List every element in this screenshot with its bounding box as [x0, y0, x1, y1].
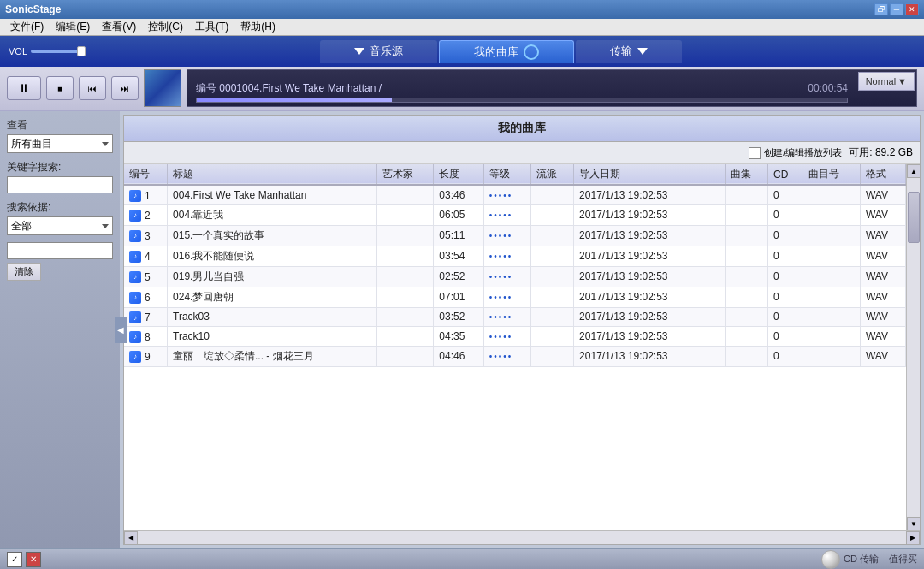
delete-button[interactable]: ✕ [26, 552, 41, 567]
track-text: 编号 0001004.First We Take Manhattan / [196, 81, 808, 96]
scroll-down-arrow[interactable]: ▼ [907, 517, 920, 530]
tab-my-library-label: 我的曲库 [474, 44, 518, 60]
menu-bar: 文件(F) 编辑(E) 查看(V) 控制(C) 工具(T) 帮助(H) [0, 19, 924, 36]
cell-genre [530, 246, 573, 266]
tab-my-library[interactable]: 我的曲库 [439, 40, 574, 63]
music-icon: ♪ [129, 190, 141, 202]
cell-format: WAV [860, 346, 905, 366]
col-artist: 艺术家 [376, 164, 434, 185]
cell-track-num [803, 185, 861, 204]
scroll-right-arrow[interactable]: ▶ [906, 531, 920, 545]
cell-cd: 0 [768, 185, 803, 204]
select-all-checkbox[interactable]: ✓ [7, 552, 22, 567]
track-info: 编号 0001004.First We Take Manhattan / 00:… [187, 69, 917, 107]
basis-label: 搜索依据: [7, 200, 113, 215]
table-body: ♪ 1 004.First We Take Manhattan 03:46 ••… [124, 185, 906, 366]
scroll-up-arrow[interactable]: ▲ [907, 164, 920, 178]
sidebar-collapse-arrow[interactable]: ◀ [115, 317, 127, 343]
music-icon: ♪ [129, 271, 141, 283]
cell-album [725, 246, 767, 266]
cell-format: WAV [860, 246, 905, 266]
pause-button[interactable]: ⏸ [7, 76, 41, 100]
table-row[interactable]: ♪ 6 024.梦回唐朝 07:01 ••••• 2017/1/13 19:02… [124, 287, 906, 307]
view-dropdown-value: 所有曲目 [11, 137, 52, 151]
cell-track-num [803, 287, 861, 307]
table-row[interactable]: ♪ 5 019.男儿当自强 02:52 ••••• 2017/1/13 19:0… [124, 266, 906, 287]
cell-length: 02:52 [434, 266, 483, 287]
cell-format: WAV [860, 266, 905, 287]
table-row[interactable]: ♪ 2 004.靠近我 06:05 ••••• 2017/1/13 19:02:… [124, 204, 906, 225]
view-dropdown[interactable]: 所有曲目 [7, 134, 113, 153]
scroll-thumb[interactable] [908, 192, 920, 243]
table-header-row: 编号 标题 艺术家 长度 等级 流派 导入日期 曲集 CD 曲目号 格式 [124, 164, 906, 185]
tab-transfer[interactable]: 传输 [576, 40, 682, 63]
scroll-left-arrow[interactable]: ◀ [124, 531, 138, 545]
music-table: 编号 标题 艺术家 长度 等级 流派 导入日期 曲集 CD 曲目号 格式 [124, 164, 906, 367]
table-row[interactable]: ♪ 9 童丽ゞ绽放◇柔情... - 烟花三月 04:46 ••••• 2017/… [124, 346, 906, 366]
menu-file[interactable]: 文件(F) [5, 19, 49, 35]
col-length: 长度 [434, 164, 483, 185]
cell-cd: 0 [768, 204, 803, 225]
cell-track-num [803, 346, 861, 366]
music-icon: ♪ [129, 210, 141, 222]
vol-slider[interactable] [31, 50, 82, 53]
restore-btn[interactable]: 🗗 [874, 3, 888, 15]
cell-album [725, 185, 767, 204]
keyword-input[interactable] [7, 176, 113, 193]
vertical-scrollbar[interactable]: ▲ ▼ [906, 164, 920, 530]
horiz-scroll-track[interactable] [138, 531, 906, 544]
cell-title: 024.梦回唐朝 [168, 287, 377, 307]
clear-button[interactable]: 清除 [7, 263, 41, 281]
cell-rating: ••••• [483, 266, 530, 287]
table-row[interactable]: ♪ 1 004.First We Take Manhattan 03:46 ••… [124, 185, 906, 204]
prev-button[interactable]: ⏮ [79, 76, 106, 100]
sidebar: 查看 所有曲目 关键字搜索: 搜索依据: 全部 清除 ◀ [0, 111, 120, 548]
search-input[interactable] [7, 242, 113, 259]
close-btn[interactable]: ✕ [905, 3, 919, 15]
track-table[interactable]: 编号 标题 艺术家 长度 等级 流派 导入日期 曲集 CD 曲目号 格式 [124, 164, 906, 530]
table-row[interactable]: ♪ 7 Track03 03:52 ••••• 2017/1/13 19:02:… [124, 307, 906, 327]
table-row[interactable]: ♪ 4 016.我不能随便说 03:54 ••••• 2017/1/13 19:… [124, 246, 906, 266]
scroll-track[interactable] [907, 178, 920, 517]
cell-cd: 0 [768, 307, 803, 327]
menu-view[interactable]: 查看(V) [97, 19, 141, 35]
minimize-btn[interactable]: ─ [890, 3, 903, 15]
panel-toolbar: 创建/编辑播放列表 可用: 89.2 GB [124, 142, 920, 164]
player-bar: ⏸ ■ ⏮ ⏭ 编号 0001004.First We Take Manhatt… [0, 67, 924, 111]
col-genre: 流派 [530, 164, 573, 185]
basis-dropdown-value: 全部 [11, 219, 32, 234]
dd-arrow-icon2 [102, 224, 109, 228]
progress-bar[interactable] [196, 98, 848, 103]
tab-music-source[interactable]: 音乐源 [320, 40, 437, 63]
cell-track-num [803, 266, 861, 287]
main-panel: 我的曲库 创建/编辑播放列表 可用: 89.2 GB 编号 标题 艺术家 [123, 115, 921, 545]
next-button[interactable]: ⏭ [111, 76, 139, 100]
horizontal-scrollbar[interactable]: ◀ ▶ [124, 530, 920, 544]
basis-dropdown[interactable]: 全部 [7, 216, 113, 235]
cell-cd: 0 [768, 327, 803, 347]
site-label: 值得买 [889, 553, 917, 566]
cell-title: 童丽ゞ绽放◇柔情... - 烟花三月 [168, 346, 377, 366]
cell-album [725, 327, 767, 347]
cell-rating: ••••• [483, 185, 530, 204]
menu-help[interactable]: 帮助(H) [235, 19, 281, 35]
cell-title: 019.男儿当自强 [168, 266, 377, 287]
table-row[interactable]: ♪ 8 Track10 04:35 ••••• 2017/1/13 19:02:… [124, 327, 906, 347]
view-label: 查看 [7, 118, 113, 133]
cell-import-date: 2017/1/13 19:02:53 [574, 346, 726, 366]
table-row[interactable]: ♪ 3 015.一个真实的故事 05:11 ••••• 2017/1/13 19… [124, 225, 906, 246]
create-playlist-button[interactable]: 创建/编辑播放列表 [749, 146, 842, 159]
cell-artist [376, 307, 434, 327]
vol-knob[interactable] [77, 46, 86, 56]
tab-music-source-label: 音乐源 [370, 44, 403, 59]
vol-label: VOL [9, 46, 27, 56]
cell-format: WAV [860, 185, 905, 204]
menu-tools[interactable]: 工具(T) [190, 19, 234, 35]
music-icon: ♪ [129, 311, 141, 323]
menu-edit[interactable]: 编辑(E) [50, 19, 95, 35]
normal-mode-badge[interactable]: Normal ▼ [858, 72, 915, 91]
keyword-section: 关键字搜索: [7, 160, 113, 193]
tab-transfer-label: 传输 [610, 44, 632, 59]
menu-control[interactable]: 控制(C) [143, 19, 188, 35]
stop-button[interactable]: ■ [46, 76, 74, 100]
